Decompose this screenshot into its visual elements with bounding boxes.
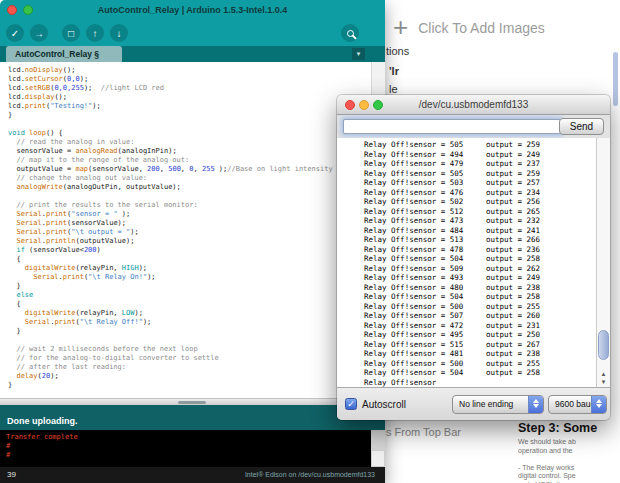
serial-line: Relay Off!sensor = 513 output = 266 [364, 235, 596, 245]
serial-monitor-button[interactable] [341, 24, 359, 42]
status-message-bar: Done uploading. [0, 405, 385, 430]
serial-bottom-bar: ✓ Autoscroll No line ending 9600 baud [337, 387, 610, 420]
tab-menu-button[interactable]: ▼ [352, 48, 365, 60]
scrollbar-thumb[interactable] [598, 330, 609, 360]
code-line: Serial.print("\t output = "); [8, 228, 371, 237]
step-text-line [518, 455, 577, 464]
code-line: } [8, 381, 371, 390]
code-line: lcd.display(); [8, 93, 371, 102]
plus-icon: + [393, 14, 408, 40]
window-title: AutoControl_Relay | Arduino 1.5.3-Intel.… [0, 0, 385, 20]
serial-line: Relay Off!sensor = 493 output = 249 [364, 273, 596, 283]
send-button[interactable]: Send [559, 118, 604, 135]
console-line: # [6, 442, 365, 451]
console-scroll-track[interactable] [371, 430, 385, 467]
serial-line: Relay Off!sensor = 505 output = 259 [364, 169, 596, 179]
code-line: Serial.print("\t Relay On!"); [8, 273, 371, 282]
console-divider[interactable] [0, 398, 371, 405]
code-line: lcd.setCursor(0,0); [8, 75, 371, 84]
serial-line: Relay Off!sensor = 504 output = 258 [364, 292, 596, 302]
step-heading: Step 3: Some [518, 421, 597, 435]
page-scrollbar[interactable] [613, 52, 618, 106]
serial-monitor-window: /dev/cu.usbmodemfd133 Send Relay Off!sen… [337, 95, 610, 420]
ide-tabbar: AutoControl_Relay § ▼ [0, 46, 385, 62]
clipped-text-fragment: 'Ir [389, 65, 399, 77]
console-scroll-corner [371, 450, 385, 467]
code-line: } [8, 111, 371, 120]
serial-output: Relay Off!sensor = 505 output = 259Relay… [337, 138, 596, 387]
clipped-text-fragment: s From Top Bar [386, 426, 461, 438]
serial-line: Relay Off!sensor = 473 output = 232 [364, 216, 596, 226]
zoom-button[interactable] [373, 100, 383, 110]
serial-line: Relay Off!sensor = 500 output = 255 [364, 302, 596, 312]
code-line: Serial.print("sensor = " ); [8, 210, 371, 219]
serial-line: Relay Off!sensor = 478 output = 236 [364, 245, 596, 255]
code-line: sensorValue = analogRead(analogInPin); [8, 147, 371, 156]
minimize-button[interactable] [359, 100, 369, 110]
sketch-tab[interactable]: AutoControl_Relay § [6, 46, 122, 62]
code-line: lcd.noDisplay(); [8, 66, 371, 75]
serial-line: Relay Off!sensor = 515 output = 267 [364, 340, 596, 350]
ide-titlebar[interactable]: AutoControl_Relay | Arduino 1.5.3-Intel.… [0, 0, 385, 20]
code-line: // wait 2 milliseconds before the next l… [8, 345, 371, 354]
code-line: // map it to the range of the analog out… [8, 156, 371, 165]
save-button[interactable]: ↓ [110, 24, 128, 42]
scroll-down-arrow[interactable]: ▼ [597, 378, 610, 386]
code-line [8, 120, 371, 129]
upload-button[interactable]: → [30, 24, 48, 42]
close-button[interactable] [7, 5, 17, 15]
new-sketch-button[interactable]: □ [62, 24, 80, 42]
serial-line: Relay Off!sensor = 495 output = 250 [364, 330, 596, 340]
serial-line: Relay Off!sensor = 472 output = 231 [364, 321, 596, 331]
line-ending-select[interactable]: No line ending [452, 395, 544, 414]
serial-line: Relay Off!sensor = 512 output = 265 [364, 207, 596, 217]
line-number: 39 [7, 467, 16, 483]
arduino-ide-window: AutoControl_Relay | Arduino 1.5.3-Intel.… [0, 0, 385, 483]
serial-line: Relay Off!sensor [364, 378, 596, 388]
code-line: // print the results to the serial monit… [8, 201, 371, 210]
add-images-label: Click To Add Images [418, 20, 545, 36]
step-text-line: digital control. Spe [518, 472, 577, 481]
code-line: } [8, 282, 371, 291]
console-line: Transfer complete [6, 433, 365, 442]
clipped-text-fragment: le [389, 83, 398, 95]
scrollbar-arrows: ▲ ▼ [597, 370, 610, 386]
open-button[interactable]: ↑ [86, 24, 104, 42]
serial-line: Relay Off!sensor = 480 output = 238 [364, 283, 596, 293]
verify-button[interactable]: ✓ [6, 24, 24, 42]
code-line: // read the analog in value: [8, 138, 371, 147]
console-line: # [6, 451, 365, 460]
baud-rate-select[interactable]: 9600 baud [548, 395, 607, 414]
popup-arrows-icon [591, 396, 606, 413]
clipped-text-fragment: tions [386, 45, 409, 57]
serial-input[interactable] [343, 119, 561, 134]
code-line: if (sensorValue<200) [8, 246, 371, 255]
code-line [8, 336, 371, 345]
autoscroll-checkbox[interactable]: ✓ [345, 398, 357, 410]
serial-titlebar[interactable]: /dev/cu.usbmodemfd133 [337, 95, 610, 115]
zoom-button[interactable] [23, 5, 33, 15]
code-line: { [8, 255, 371, 264]
add-images-button[interactable]: + Click To Add Images [393, 14, 545, 40]
code-line: void loop() { [8, 129, 371, 138]
popup-arrows-icon [528, 396, 543, 413]
code-line: } [8, 327, 371, 336]
code-line: // for the analog-to-digital converter t… [8, 354, 371, 363]
serial-line: Relay Off!sensor = 502 output = 256 [364, 197, 596, 207]
status-message: Done uploading. [7, 416, 78, 426]
console-output: Transfer complete## [0, 430, 371, 467]
close-button[interactable] [345, 100, 355, 110]
serial-line: Relay Off!sensor = 484 output = 241 [364, 226, 596, 236]
code-line: else [8, 291, 371, 300]
serial-line: Relay Off!sensor = 507 output = 260 [364, 311, 596, 321]
serial-line: Relay Off!sensor = 504 output = 258 [364, 254, 596, 264]
serial-input-row: Send [337, 115, 610, 138]
serial-scrollbar[interactable]: ▲ ▼ [596, 138, 610, 387]
code-line: lcd.print("Testing!"); [8, 102, 371, 111]
code-line: { [8, 300, 371, 309]
code-line: digitalWrite(relayPin, LOW); [8, 309, 371, 318]
code-editor[interactable]: lcd.noDisplay();lcd.setCursor(0,0);lcd.s… [0, 62, 371, 398]
code-line: Serial.println(outputValue); [8, 237, 371, 246]
serial-line: Relay Off!sensor = 476 output = 234 [364, 188, 596, 198]
scroll-up-arrow[interactable]: ▲ [597, 370, 610, 378]
